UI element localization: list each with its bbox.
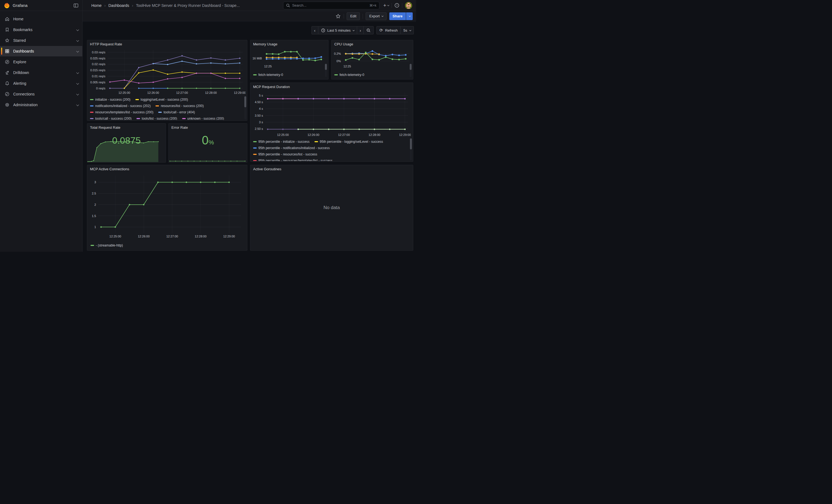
legend-item[interactable]: resources/templates/list - success (200) <box>90 110 153 114</box>
svg-text:3: 3 <box>94 181 96 184</box>
export-button[interactable]: Export <box>366 12 387 20</box>
legend-item[interactable]: tools/list - success (200) <box>136 117 177 120</box>
sidebar-item-connections[interactable]: Connections <box>0 89 82 99</box>
legend-item[interactable]: 95th percentile - initialize - success <box>253 140 310 143</box>
legend-item[interactable]: fetch-telemetry-0 <box>334 73 364 77</box>
chevron-down-icon[interactable] <box>76 103 79 106</box>
sidebar-item-starred[interactable]: Starred <box>0 35 82 46</box>
star-dashboard-button[interactable] <box>335 14 341 19</box>
legend-item[interactable]: 95th percentile - logging/setLevel - suc… <box>314 140 383 143</box>
legend-item[interactable]: 95th percentile - resources/templates/li… <box>253 159 332 161</box>
legend-item[interactable]: logging/setLevel - success (200) <box>135 98 188 102</box>
chevron-down-icon <box>409 15 411 17</box>
cpu-usage-chart[interactable]: 12:250.2%0% <box>332 47 411 68</box>
breadcrumb-home[interactable]: Home <box>92 3 102 8</box>
refresh-label: Refresh <box>385 28 398 32</box>
grafana-app: Grafana Home › Dashboards › ToolHive MCP… <box>0 0 416 252</box>
breadcrumb-separator: › <box>104 3 106 8</box>
sidebar-item-dashboards[interactable]: Dashboards <box>0 46 82 56</box>
time-range-picker[interactable]: Last 5 minutes <box>318 26 357 34</box>
legend-item[interactable]: 95th percentile - notifications/initiali… <box>253 146 330 150</box>
time-shift-back-button[interactable]: ‹ <box>311 26 318 34</box>
legend-scrollbar <box>410 64 412 77</box>
search-input[interactable] <box>292 3 367 7</box>
legend-swatch <box>253 160 257 161</box>
edit-button[interactable]: Edit <box>347 12 360 20</box>
panel-title[interactable]: Error Rate <box>172 126 188 130</box>
search-input-box[interactable]: ⌘+k <box>283 2 380 9</box>
legend-swatch <box>90 245 94 246</box>
panel-title[interactable]: MCP Active Connections <box>90 167 129 171</box>
time-shift-forward-button[interactable]: › <box>357 26 364 34</box>
share-options-button[interactable] <box>406 12 413 20</box>
legend-item[interactable]: 95th percentile - resources/list - succe… <box>253 152 317 156</box>
svg-text:4.50 s: 4.50 s <box>255 100 263 104</box>
legend-swatch <box>334 74 338 75</box>
svg-text:?: ? <box>396 4 397 7</box>
legend-item[interactable]: tools/call - success (200) <box>90 117 131 120</box>
divider <box>391 3 392 8</box>
gear-icon <box>4 102 10 107</box>
legend-item[interactable]: notifications/initialized - success (202… <box>90 104 151 108</box>
panel-title[interactable]: MCP Request Duration <box>253 85 290 89</box>
refresh-button[interactable]: ⟳ Refresh <box>376 26 400 34</box>
panel-title[interactable]: Total Request Rate <box>90 126 121 130</box>
sidebar-item-administration[interactable]: Administration <box>0 100 82 110</box>
memory-usage-chart[interactable]: 12:2516 MiB <box>251 47 327 68</box>
sidebar-item-label: Drilldown <box>13 71 29 75</box>
sidebar-item-drilldown[interactable]: Drilldown <box>0 68 82 78</box>
sidebar-item-home[interactable]: Home <box>0 14 82 24</box>
legend-scrollbar <box>244 96 246 120</box>
scrollbar-thumb[interactable] <box>325 64 327 70</box>
legend-item[interactable]: tools/call - error (404) <box>158 110 195 114</box>
sidebar-item-label: Home <box>13 17 23 21</box>
panel-title[interactable]: HTTP Request Rate <box>90 42 122 46</box>
svg-text:12:25: 12:25 <box>343 65 351 68</box>
user-avatar[interactable] <box>405 2 412 9</box>
mcp-active-connections-chart[interactable]: 12:25:0012:26:0012:27:0012:28:0012:29:00… <box>88 173 244 240</box>
http-request-rate-chart[interactable]: 12:25:0012:26:0012:27:0012:28:0012:29:00… <box>88 48 245 95</box>
add-new-button[interactable]: + <box>383 3 389 8</box>
star-icon <box>4 38 10 43</box>
legend-item[interactable]: - (streamable-http) <box>90 243 123 247</box>
chevron-down-icon[interactable] <box>76 39 79 42</box>
chevron-down-icon[interactable] <box>76 92 79 95</box>
scrollbar-thumb[interactable] <box>410 138 412 150</box>
home-icon <box>4 17 10 22</box>
svg-text:12:28:00: 12:28:00 <box>195 235 207 238</box>
dashboard-toolbar: Edit Export Share <box>82 11 416 22</box>
legend-item[interactable]: fetch-telemetry-0 <box>253 73 283 77</box>
scrollbar-thumb[interactable] <box>244 96 246 107</box>
legend-item[interactable]: initialize - success (200) <box>90 98 130 102</box>
legend-item[interactable]: unknown - success (200) <box>182 117 224 120</box>
bell-icon <box>4 81 10 86</box>
help-button[interactable]: ? <box>394 3 399 8</box>
zoom-out-time-button[interactable] <box>364 26 374 34</box>
svg-text:12:28:00: 12:28:00 <box>369 133 381 136</box>
chevron-down-icon[interactable] <box>76 50 79 52</box>
svg-text:12:25:00: 12:25:00 <box>277 133 289 136</box>
http-legend: initialize - success (200) logging/setLe… <box>90 96 242 120</box>
panel-title[interactable]: Active Goroutines <box>253 167 282 171</box>
chevron-down-icon[interactable] <box>76 28 79 31</box>
svg-text:0.2%: 0.2% <box>334 52 341 55</box>
share-button[interactable]: Share <box>389 12 406 20</box>
sidebar-item-label: Administration <box>13 103 38 107</box>
scrollbar-thumb[interactable] <box>410 64 412 70</box>
panel-title[interactable]: Memory Usage <box>253 42 277 46</box>
panel-title[interactable]: CPU Usage <box>334 42 353 46</box>
sidebar-item-alerting[interactable]: Alerting <box>0 78 82 88</box>
cpu-legend: fetch-telemetry-0 <box>334 72 407 78</box>
connections-icon <box>4 91 10 97</box>
legend-item[interactable]: resources/list - success (200) <box>155 104 204 108</box>
chevron-down-icon[interactable] <box>76 71 79 74</box>
sidebar-item-bookmarks[interactable]: Bookmarks <box>0 25 82 35</box>
mcp-request-duration-chart[interactable]: 12:25:0012:26:0012:27:0012:28:0012:29:00… <box>252 90 411 137</box>
grafana-home-link[interactable]: Grafana <box>4 2 27 8</box>
chevron-down-icon <box>382 15 384 17</box>
dock-sidebar-button[interactable] <box>74 3 78 8</box>
sidebar-item-explore[interactable]: Explore <box>0 57 82 67</box>
refresh-interval-picker[interactable]: 5s <box>400 26 414 34</box>
breadcrumb-dashboards[interactable]: Dashboards <box>108 3 129 8</box>
chevron-down-icon[interactable] <box>76 82 79 84</box>
